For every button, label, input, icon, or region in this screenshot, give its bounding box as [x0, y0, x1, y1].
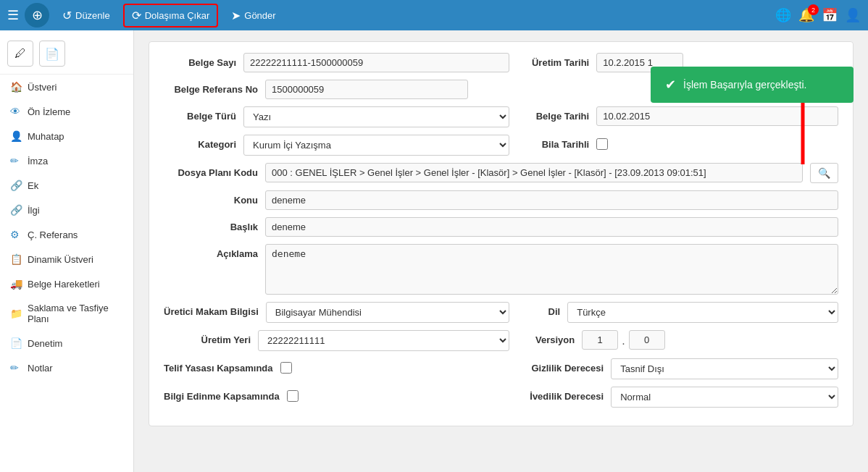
- row-baslik: Başlık: [164, 217, 838, 237]
- col-bilgi-edinme: Bilgi Edinme Kapsamında: [164, 387, 509, 402]
- sidebar-item-ilgi[interactable]: 🔗 İlgi: [0, 198, 133, 222]
- ivedilik-derecesi-label: İvedilik Derecesi: [524, 387, 604, 402]
- versiyon-label: Versiyon: [524, 330, 575, 345]
- sidebar-pencil-button[interactable]: 🖊: [7, 41, 33, 67]
- uretim-yeri-select[interactable]: 22222211111: [258, 330, 509, 351]
- bilgi-edinme-label: Bilgi Edinme Kapsamında: [164, 387, 280, 402]
- dolasima-cikar-button[interactable]: ⟳ Dolaşıma Çıkar: [123, 4, 219, 28]
- sidebar-item-denetim[interactable]: 📄 Denetim: [0, 331, 133, 355]
- col-versiyon: Versiyon .: [524, 330, 838, 350]
- row-aciklama: Açıklama: [164, 244, 838, 295]
- home-icon: 🏠: [10, 81, 22, 93]
- calendar-button[interactable]: 📅: [822, 7, 838, 23]
- sidebar-label-dinamik-ustveri: Dinamik Üstveri: [28, 254, 93, 265]
- versiyon-minor-input[interactable]: [629, 330, 665, 350]
- col-dil: Dil Türkçe: [524, 302, 838, 323]
- user-button[interactable]: 👤: [845, 7, 861, 23]
- aciklama-textarea[interactable]: [265, 244, 838, 295]
- dosya-plani-input[interactable]: [265, 163, 803, 182]
- row-konu: Konu: [164, 190, 838, 210]
- sidebar-label-denetim: Denetim: [28, 338, 62, 349]
- uretim-yeri-label: Üretim Yeri: [164, 330, 251, 345]
- document-icon: 📄: [10, 337, 22, 349]
- sidebar-item-ek[interactable]: 🔗 Ek: [0, 173, 133, 198]
- telif-yasasi-checkbox[interactable]: [280, 362, 292, 374]
- sidebar-item-ustveri[interactable]: 🏠 Üstveri: [0, 75, 133, 99]
- belge-turu-select[interactable]: Yazı: [243, 106, 509, 127]
- sidebar-top-icons: 🖊 📄: [0, 36, 133, 75]
- sidebar-doc-button[interactable]: 📄: [39, 41, 65, 67]
- sidebar-label-belge-hareketleri: Belge Hareketleri: [28, 279, 100, 290]
- sidebar-item-on-izleme[interactable]: 👁 Ön İzleme: [0, 99, 133, 124]
- sidebar-item-belge-hareketleri[interactable]: 🚚 Belge Hareketleri: [0, 271, 133, 296]
- folder-icon: 📁: [10, 308, 22, 319]
- bila-tarihli-checkbox[interactable]: [596, 138, 608, 150]
- row-telif-gizlilik: Telif Yasası Kapsamında Gizlilik Dereces…: [164, 358, 838, 379]
- globe-button[interactable]: 🌐: [775, 7, 791, 23]
- sidebar-label-muhatap: Muhatap: [28, 131, 64, 142]
- link-icon: 🔗: [10, 180, 22, 191]
- duzenle-button[interactable]: ↺ Düzenle: [55, 5, 117, 26]
- topnav-right: 🌐 🔔 2 📅 👤: [775, 7, 861, 23]
- col-belge-turu: Belge Türü Yazı: [164, 106, 509, 127]
- topnav: ☰ ⊕ ↺ Düzenle ⟳ Dolaşıma Çıkar ➤ Gönder …: [0, 0, 868, 30]
- sidebar-label-notlar: Notlar: [28, 363, 53, 374]
- sidebar-label-c-referans: Ç. Referans: [28, 229, 78, 240]
- sidebar-item-muhatap[interactable]: 👤 Muhatap: [0, 124, 133, 148]
- checkmark-icon: ✔: [665, 77, 676, 93]
- bell-button[interactable]: 🔔 2: [798, 7, 814, 23]
- sidebar-item-c-referans[interactable]: ⚙ Ç. Referans: [0, 222, 133, 247]
- konu-input[interactable]: [265, 190, 838, 210]
- bell-badge: 2: [808, 4, 819, 15]
- uretim-tarihi-label: Üretim Tarihi: [524, 53, 589, 68]
- col-gizlilik: Gizlilik Derecesi Tasnif Dışı: [524, 358, 838, 379]
- col-kategori: Kategori Kurum İçi Yazışma: [164, 135, 509, 156]
- success-toast: ✔ İşlem Başarıyla gerçekleşti.: [651, 67, 854, 103]
- col-ivedilik: İvedilik Derecesi Normal: [524, 387, 838, 408]
- row-belge-turu: Belge Türü Yazı Belge Tarihi: [164, 106, 838, 127]
- row-dosya-plani: Dosya Planı Kodu 🔍: [164, 163, 838, 183]
- baslik-label: Başlık: [164, 217, 258, 232]
- sidebar-item-dinamik-ustveri[interactable]: 📋 Dinamik Üstveri: [0, 247, 133, 271]
- sidebar-item-imza[interactable]: ✏ İmza: [0, 148, 133, 173]
- user-icon: 👤: [10, 130, 22, 142]
- version-separator: .: [622, 333, 625, 347]
- hamburger-button[interactable]: ☰: [7, 7, 19, 23]
- gonder-button[interactable]: ➤ Gönder: [224, 5, 283, 26]
- gonder-label: Gönder: [244, 10, 275, 21]
- belge-referans-input[interactable]: [265, 80, 468, 99]
- sidebar-item-saklama-tasfiye[interactable]: 📁 Saklama ve Tasfiye Planı: [0, 296, 133, 331]
- gear-icon: ⚙: [10, 229, 22, 240]
- ivedilik-derecesi-select[interactable]: Normal: [611, 387, 838, 408]
- belge-referans-label: Belge Referans No: [164, 80, 258, 95]
- dolasima-cikar-icon: ⟳: [132, 9, 141, 22]
- bilgi-edinme-checkbox[interactable]: [287, 390, 299, 402]
- gonder-icon: ➤: [231, 9, 241, 22]
- toast-message: İşlem Başarıyla gerçekleşti.: [683, 79, 806, 90]
- gizlilik-derecesi-label: Gizlilik Derecesi: [524, 358, 604, 374]
- notes-icon: ✏: [10, 362, 22, 374]
- dil-select[interactable]: Türkçe: [567, 302, 838, 323]
- truck-icon: 🚚: [10, 278, 22, 290]
- uretici-makam-select[interactable]: Bilgisayar Mühendisi: [266, 302, 509, 323]
- sidebar-label-saklama-tasfiye: Saklama ve Tasfiye Planı: [28, 303, 123, 324]
- col-telif: Telif Yasası Kapsamında: [164, 358, 509, 374]
- pencil-icon: ✏: [10, 155, 22, 167]
- duzenle-label: Düzenle: [75, 10, 110, 21]
- versiyon-group: .: [582, 330, 664, 350]
- col-belge-sayi: Belge Sayı: [164, 53, 509, 72]
- sidebar-item-notlar[interactable]: ✏ Notlar: [0, 355, 133, 380]
- versiyon-major-input[interactable]: [582, 330, 618, 350]
- gizlilik-derecesi-select[interactable]: Tasnif Dışı: [611, 358, 838, 379]
- kategori-select[interactable]: Kurum İçi Yazışma: [243, 135, 509, 156]
- belge-sayi-input[interactable]: [243, 53, 509, 72]
- belge-tarihi-label: Belge Tarihi: [524, 106, 589, 122]
- sidebar-label-ilgi: İlgi: [28, 205, 40, 216]
- bila-tarihli-label: Bila Tarihli: [524, 135, 589, 150]
- dil-label: Dil: [524, 302, 560, 317]
- sidebar-label-imza: İmza: [28, 156, 48, 167]
- belge-sayi-label: Belge Sayı: [164, 53, 236, 68]
- baslik-input[interactable]: [265, 217, 838, 237]
- row-uretici-makam: Üretici Makam Bilgisi Bilgisayar Mühendi…: [164, 302, 838, 323]
- link2-icon: 🔗: [10, 204, 22, 216]
